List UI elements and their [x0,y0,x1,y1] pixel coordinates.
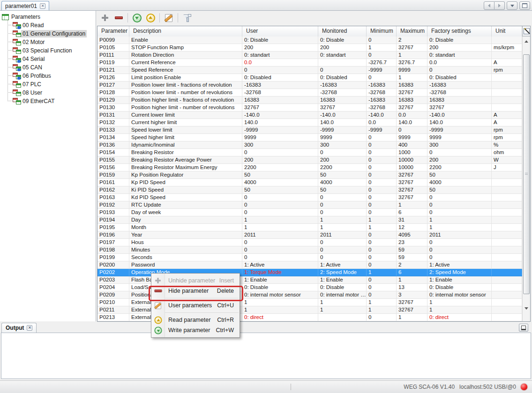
cell-monitored: -140.0 [318,111,367,119]
tree-item-02-motor[interactable]: 02 Motor [6,38,96,46]
forward-button[interactable] [495,1,505,10]
cell-minimum: -32768 [367,89,397,96]
table-row-p0111[interactable]: P0111 Rotation Direction 0: standart 0: … [97,52,522,59]
table-row-p0128[interactable]: P0128 Position lower limit - number of r… [97,89,522,96]
tree-item-label: 05 CAN [21,64,44,71]
cell-parameter: P0162 [97,186,129,193]
user-parameters-button[interactable] [164,13,174,23]
close-icon[interactable]: ✕ [27,325,32,331]
table-row-p0197[interactable]: P0197 Hous 0 0 0 23 0 [97,239,522,246]
tree-item-09-ethercat[interactable]: 09 EtherCAT [6,97,96,105]
table-row-p0126[interactable]: P0126 Limit position Enable 0: Disabled … [97,74,522,82]
menu-item-user-parameters[interactable]: User parameters Ctrl+U [151,300,240,311]
table-row-p0200[interactable]: P0200 Password 1: Active 1: Active 0 2 1… [97,261,522,269]
cell-user: 1 [242,216,318,223]
minimize-panel-button[interactable] [519,324,528,332]
tab-output[interactable]: Output ✕ [1,323,37,333]
menu-item-write-parameter[interactable]: Write parameter Ctrl+W [151,325,240,335]
cell-parameter: P0194 [97,216,129,223]
cell-user: 140.0 [242,119,318,126]
table-row-p0156[interactable]: P0156 Breaking Resistor Maximum Energy 2… [97,164,522,171]
table-row-p0196[interactable]: P0196 Year 2011 2011 0 4095 2011 [97,231,522,239]
table-row-p0129[interactable]: P0129 Position higher limit - fractions … [97,96,522,104]
scroll-down-button[interactable] [523,304,530,312]
network-dot-icon [17,68,21,71]
cell-minimum: 0 [367,194,397,201]
table-row-p0193[interactable]: P0193 Day of week 0 0 0 6 0 [97,209,522,216]
scrollbar-thumb[interactable] [523,54,530,294]
cell-parameter: P0111 [97,52,129,59]
close-icon[interactable]: ✕ [40,3,45,9]
cell-maximum: 2 [397,261,427,268]
table-row-p0131[interactable]: P0131 Current lower limit -140.0 -140.0 … [97,111,522,119]
tree-root-parameters[interactable]: Parameters [2,13,96,21]
table-row-p0161[interactable]: P0161 Kp PID Speed 4000 4000 0 32767 400… [97,179,522,186]
cell-unit: rpm [492,134,522,141]
add-parameter-button[interactable] [100,13,110,23]
tree-item-00-read[interactable]: 00 Read [6,21,96,30]
cell-maximum: 9999 [397,67,427,74]
table-row-p0199[interactable]: P0199 Seconds 0 0 0 59 0 [97,254,522,261]
filter-button[interactable] [182,13,192,23]
tree-item-08-user[interactable]: 08 User [6,89,96,97]
plus-icon [101,14,109,22]
tree-item-06-profibus[interactable]: 06 Profibus [6,72,96,80]
column-header-parameter[interactable]: Parameter [97,26,129,37]
cell-user: 0 [242,67,318,74]
write-parameters-button[interactable] [132,13,142,23]
table-row-p0198[interactable]: P0198 Minutes 0 0 0 59 0 [97,246,522,254]
cell-parameter: P0159 [97,171,129,178]
cell-unit [492,314,522,321]
table-row-p0127[interactable]: P0127 Position lower limit - fractions o… [97,82,522,89]
table-row-p0192[interactable]: P0192 RTC Update 0 0 0 1 0 [97,201,522,209]
table-row-p0121[interactable]: P0121 Speed Reference 0 0 -9999 9999 0 r… [97,67,522,74]
cell-monitored: -16383 [318,82,367,89]
cell-parameter: P0161 [97,179,129,186]
table-row-p0133[interactable]: P0133 Speed lower limit -9999 -9999 -999… [97,126,522,134]
cell-maximum: 1 [397,276,427,283]
table-row-p0132[interactable]: P0132 Current higher limit 140.0 140.0 0… [97,119,522,126]
menu-item-hide-parameter[interactable]: Hide parameter Delete [151,286,240,296]
column-header-minimum[interactable]: Minimum [367,26,397,37]
scroll-up-button[interactable] [523,37,530,45]
column-header-user[interactable]: User [242,26,318,37]
table-row-p0105[interactable]: P0105 STOP Function Ramp 200 200 1 32767… [97,44,522,52]
back-button[interactable] [484,1,495,10]
table-row-p0159[interactable]: P0159 Kp Position Regulator 50 50 0 3276… [97,171,522,179]
vertical-scrollbar[interactable] [522,37,530,321]
table-row-p0162[interactable]: P0162 Ki PID Speed 50 50 0 32767 50 [97,186,522,194]
tree-item-05-can[interactable]: 05 CAN [6,63,96,72]
column-header-monitored[interactable]: Monitored [318,26,367,37]
hide-parameter-button[interactable] [113,13,124,23]
table-row-p0194[interactable]: P0194 Day 1 1 1 31 1 [97,216,522,224]
restore-button[interactable] [519,1,530,10]
read-parameters-button[interactable] [145,13,156,23]
tree-item-03-special-function[interactable]: 03 Special Function [6,46,96,55]
table-row-p0119[interactable]: P0119 Current Reference 0.0 -3276.7 3276… [97,59,522,67]
tab-list-dropdown-button[interactable] [507,1,517,10]
column-header-maximum[interactable]: Maximum [397,26,427,37]
table-row-p0155[interactable]: P0155 Breaking Resistor Average Power 20… [97,156,522,164]
table-row-p0136[interactable]: P0136 Idynamic/Inominal 300 300 0 400 30… [97,141,522,149]
minus-icon [151,289,165,292]
column-header-unit[interactable]: Unit [492,26,522,37]
column-header-description[interactable]: Description [129,26,242,37]
editor-tab-parameter01[interactable]: parameter01 ✕ [1,1,49,10]
cell-maximum: 32767 [397,299,427,306]
parameter-group-icon [13,56,21,62]
minimize-panel-icon [521,326,526,330]
table-row-p0134[interactable]: P0134 Speed higher limit 9999 9999 0 999… [97,134,522,141]
table-row-p0099[interactable]: P0099 Enable 0: Disable 0: Disable 0 2 0… [97,37,522,44]
table-row-p0195[interactable]: P0195 Month 1 1 1 12 1 [97,224,522,231]
column-config-button[interactable] [522,26,530,37]
tree-item-01-general-configuration[interactable]: 01 General Configuration [6,30,96,38]
menu-item-read-parameter[interactable]: Read parameter Ctrl+R [151,315,240,325]
cell-description: Position higher limit - number of revolu… [129,104,242,111]
tree-item-07-plc[interactable]: 07 PLC [6,80,96,89]
table-row-p0130[interactable]: P0130 Position higher limit - number of … [97,104,522,111]
tree-item-04-serial[interactable]: 04 Serial [6,55,96,63]
table-row-p0163[interactable]: P0163 Kd PID Speed 0 0 0 32767 0 [97,194,522,201]
column-header-factory-settings[interactable]: Factory settings [427,26,492,37]
cell-maximum: 3276.7 [397,59,427,66]
table-row-p0154[interactable]: P0154 Breaking Resistor 0 0 0 1000 0 ohm [97,149,522,156]
